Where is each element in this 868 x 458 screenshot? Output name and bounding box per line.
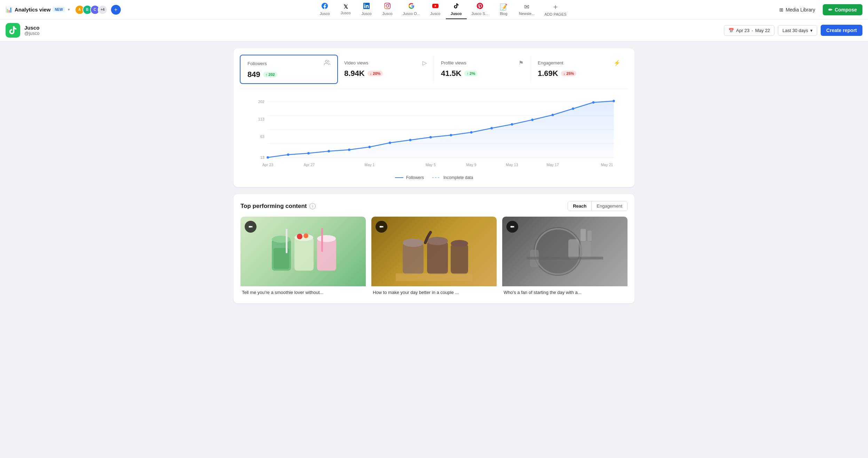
platform-youtube-label: Jusco [430,11,440,16]
smoothie-illustration [265,222,341,281]
top-nav: 📊 Analytics view NEW ▾ A B C +4 + Jusco … [0,0,868,20]
svg-text:May 21: May 21 [601,163,613,167]
add-profile-button[interactable]: + [111,5,121,15]
svg-point-27 [613,100,615,102]
video-views-icon: ▷ [423,60,427,66]
reach-toggle-button[interactable]: Reach [568,201,592,211]
content-card-1[interactable]: Tell me you're a smoothie lover without.… [240,217,366,296]
video-views-value-row: 8.94K ↓ 20% [344,69,427,78]
engagement-icon: ⚡ [614,60,621,66]
svg-point-20 [470,131,473,134]
newsletter-icon: ✉ [524,3,529,11]
svg-text:13: 13 [260,155,265,160]
svg-rect-40 [294,238,314,271]
platform-facebook-label: Jusco [320,11,330,16]
youtube-icon [432,3,439,11]
date-from: Apr 23 [736,28,749,33]
nav-left: 📊 Analytics view NEW ▾ A B C +4 + [6,5,121,15]
platform-instagram[interactable]: Jusco [377,0,398,19]
svg-text:May 13: May 13 [506,163,518,167]
top-content-info-icon[interactable]: i [309,203,316,209]
platform-tiktok[interactable]: Jusco [446,0,467,19]
profile-logo [6,23,20,38]
twitter-icon: 𝕏 [344,3,348,10]
svg-point-26 [592,101,595,104]
content-card-3[interactable]: Who's a fan of starting the day with a..… [502,217,628,296]
svg-point-19 [450,134,452,137]
svg-point-42 [297,234,302,239]
svg-text:63: 63 [260,134,265,139]
platform-add-pages-label: ADD PAGES [544,12,566,16]
stat-card-video-views[interactable]: Video views ▷ 8.94K ↓ 20% [337,55,434,83]
card-3-video-icon [506,221,518,233]
platform-blog[interactable]: 📝 Blog [493,0,514,19]
date-range-controls: 📅 Apr 23 - May 22 Last 30 days ▾ Create … [724,25,862,36]
date-range-button[interactable]: 📅 Apr 23 - May 22 [724,25,774,36]
facebook-icon [322,3,328,11]
create-report-button[interactable]: Create report [821,25,862,36]
engagement-badge: ↓ 25% [561,71,577,76]
svg-point-45 [317,235,336,242]
card-1-caption: Tell me you're a smoothie lover without.… [240,286,366,296]
svg-text:May 17: May 17 [547,163,559,167]
coffee-illustration [396,222,472,281]
svg-point-17 [409,139,411,141]
profile-name: Jusco [24,25,720,31]
stat-header-video: Video views ▷ [344,60,427,66]
svg-point-25 [572,108,574,110]
tiktok-icon [453,3,459,11]
card-1-thumbnail [240,217,366,286]
engagement-value-row: 1.69K ↓ 25% [538,69,621,78]
svg-rect-44 [317,239,336,271]
legend-incomplete-label: Incomplete data [443,175,473,180]
stat-card-profile-views[interactable]: Profile views ⚑ 41.5K ↑ 2% [434,55,531,83]
svg-rect-59 [527,257,603,259]
nav-dropdown-icon[interactable]: ▾ [68,7,70,12]
content-card-2[interactable]: How to make your day better in a couple … [371,217,497,296]
stat-card-followers[interactable]: Followers 849 ↑ 202 [240,55,338,84]
legend-followers-label: Followers [406,175,424,180]
svg-rect-51 [451,243,468,274]
svg-point-37 [272,236,291,243]
pinterest-icon [477,3,483,11]
instagram-icon [384,3,390,11]
content-header: Top performing content i Reach Engagemen… [240,201,628,211]
svg-text:May 9: May 9 [466,163,476,167]
platform-facebook[interactable]: Jusco [314,0,335,19]
platform-pinterest[interactable]: Jusco S... [467,0,493,19]
platform-linkedin[interactable]: Jusco [356,0,377,19]
platform-google-label: Jusco O... [403,11,420,16]
platform-twitter-label: Jusco [341,11,351,15]
stats-cards: Followers 849 ↑ 202 Video views ▷ 8.94K [240,55,628,89]
stat-card-engagement[interactable]: Engagement ⚡ 1.69K ↓ 25% [531,55,628,83]
period-dropdown[interactable]: Last 30 days ▾ [778,25,817,36]
compose-button[interactable]: ✏ Compose [823,4,862,15]
svg-point-43 [303,233,308,238]
engagement-toggle-button[interactable]: Engagement [592,201,627,211]
profile-views-icon: ⚑ [519,60,523,66]
svg-rect-57 [581,241,591,258]
svg-text:Apr 27: Apr 27 [304,163,315,167]
calendar-icon: 📅 [728,28,734,33]
platform-add-pages[interactable]: ＋ ADD PAGES [539,0,571,20]
platform-twitter[interactable]: 𝕏 Jusco [335,1,356,18]
platform-tiktok-label: Jusco [451,11,462,16]
svg-rect-39 [286,229,287,253]
engagement-value: 1.69K [538,69,558,78]
platform-google[interactable]: Jusco O... [398,0,425,19]
svg-rect-46 [321,228,323,252]
platform-nav: Jusco 𝕏 Jusco Jusco Jusco Jusco O... [124,0,762,20]
create-report-label: Create report [826,28,857,33]
platform-youtube[interactable]: Jusco [425,0,446,19]
date-to: May 22 [755,28,770,33]
legend-incomplete: Incomplete data [432,175,473,180]
video-views-label: Video views [344,60,368,65]
media-library-button[interactable]: ⊞ Media Library [776,5,819,15]
platform-newsletter[interactable]: ✉ Newsle... [514,0,539,19]
svg-rect-56 [568,239,579,258]
profile-info: Jusco @jusco [24,25,720,36]
svg-point-23 [531,119,534,121]
legend-incomplete-line [432,177,441,178]
compose-label: Compose [835,7,857,13]
svg-point-16 [389,142,391,144]
